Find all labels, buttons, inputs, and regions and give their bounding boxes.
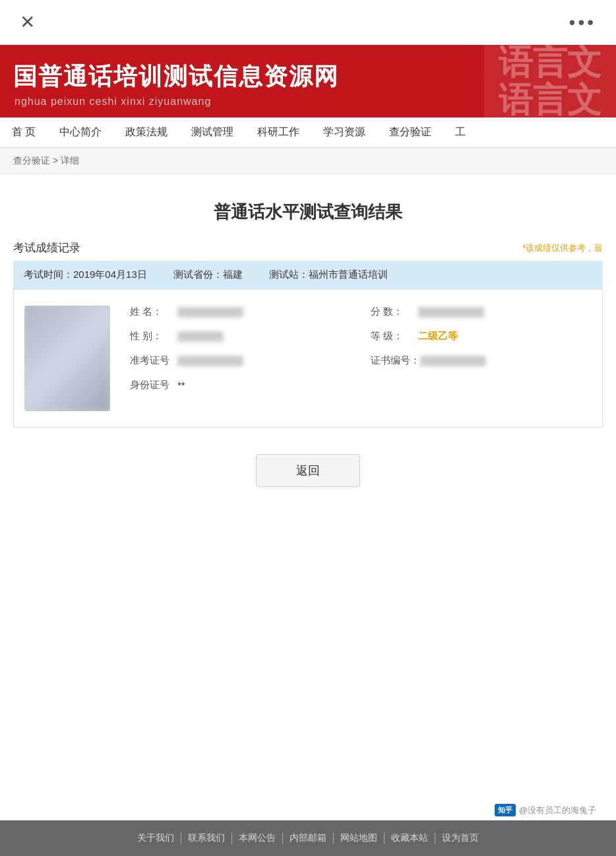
footer-links: 关于我们 联系我们 本网公告 内部邮箱 网站地图 收藏本站 设为首页	[0, 832, 616, 844]
footer-link-about[interactable]: 关于我们	[131, 832, 181, 844]
footer-link-collect[interactable]: 收藏本站	[385, 832, 435, 844]
record-label: 考试成绩记录	[13, 240, 80, 255]
id-card-field: 身份证号 **	[130, 379, 351, 391]
level-label: 等 级：	[371, 330, 418, 343]
footer-link-setHome[interactable]: 设为首页	[435, 832, 485, 844]
id-num-label: 准考证号	[130, 354, 177, 367]
province: 测试省份：福建	[173, 269, 243, 281]
footer-link-email[interactable]: 内部邮箱	[283, 832, 334, 844]
id-num-value	[177, 356, 243, 366]
btn-area: 返回	[13, 454, 603, 487]
banner-decoration: 语言文 语言文	[484, 45, 616, 117]
province-label: 测试省份：	[173, 269, 223, 280]
nav-item-verify[interactable]: 查分验证	[377, 117, 443, 147]
gender-field: 性 别：	[130, 330, 351, 343]
nav-item-research[interactable]: 科研工作	[245, 117, 311, 147]
exam-info-row: 考试时间：2019年04月13日 测试省份：福建 测试站：福州市普通话培训	[13, 261, 603, 289]
station-value: 福州市普通话培训	[309, 269, 388, 280]
close-icon[interactable]: ✕	[20, 13, 35, 32]
footer-link-contact[interactable]: 联系我们	[181, 832, 232, 844]
province-value: 福建	[223, 269, 243, 280]
person-info: 姓 名： 性 别： 准考证号 身份证号	[130, 306, 592, 411]
top-bar: ✕ •••	[0, 0, 616, 45]
name-value	[177, 307, 243, 317]
info-col-right: 分 数： 等 级： 二级乙等 证书编号：	[371, 306, 592, 411]
gender-value	[177, 331, 224, 342]
more-icon[interactable]: •••	[569, 12, 596, 33]
phone-frame: ✕ ••• 国普通话培训测试信息资源网 nghua peixun ceshi x…	[0, 0, 616, 856]
photo-blur	[24, 306, 110, 411]
nav-item-intro[interactable]: 中心简介	[47, 117, 113, 147]
station: 测试站：福州市普通话培训	[269, 269, 388, 281]
cert-label: 证书编号：	[371, 354, 420, 367]
footer-link-sitemap[interactable]: 网站地图	[334, 832, 385, 844]
id-card-label: 身份证号	[130, 379, 177, 391]
zhihu-icon: 知乎	[495, 804, 516, 816]
nav-bar: 首 页 中心简介 政策法规 测试管理 科研工作 学习资源 查分验证 工	[0, 117, 616, 148]
level-field: 等 级： 二级乙等	[371, 330, 592, 343]
nav-item-policy[interactable]: 政策法规	[113, 117, 179, 147]
banner-deco-text: 语言文 语言文	[484, 45, 616, 117]
score-label: 分 数：	[371, 306, 418, 318]
page-title: 普通话水平测试查询结果	[13, 201, 603, 224]
banner: 国普通话培训测试信息资源网 nghua peixun ceshi xinxi z…	[0, 45, 616, 117]
main-content: 普通话水平测试查询结果 考试成绩记录 *该成绩仅供参考，最 考试时间：2019年…	[0, 174, 616, 820]
footer: 关于我们 联系我们 本网公告 内部邮箱 网站地图 收藏本站 设为首页	[0, 820, 616, 856]
detail-card: 姓 名： 性 别： 准考证号 身份证号	[13, 289, 603, 428]
breadcrumb: 查分验证 > 详细	[0, 148, 616, 174]
cert-field: 证书编号：	[371, 354, 592, 367]
exam-time-label: 考试时间：	[24, 269, 73, 280]
level-value: 二级乙等	[418, 330, 458, 343]
record-note: *该成绩仅供参考，最	[522, 242, 603, 254]
exam-time: 考试时间：2019年04月13日	[24, 269, 147, 281]
footer-link-notice[interactable]: 本网公告	[232, 832, 283, 844]
station-label: 测试站：	[269, 269, 309, 280]
info-col-left: 姓 名： 性 别： 准考证号 身份证号	[130, 306, 351, 411]
exam-time-value: 2019年04月13日	[73, 269, 147, 280]
record-header: 考试成绩记录 *该成绩仅供参考，最	[13, 240, 603, 255]
name-field: 姓 名：	[130, 306, 351, 318]
cert-value	[420, 356, 486, 366]
watermark-user: @没有员工的海兔子	[519, 805, 596, 816]
id-num-field: 准考证号	[130, 354, 351, 367]
name-label: 姓 名：	[130, 306, 177, 318]
gender-label: 性 别：	[130, 330, 177, 343]
score-field: 分 数：	[371, 306, 592, 318]
record-section: 考试成绩记录 *该成绩仅供参考，最 考试时间：2019年04月13日 测试省份：…	[13, 240, 603, 428]
nav-item-test[interactable]: 测试管理	[179, 117, 245, 147]
photo-box	[24, 306, 110, 411]
nav-item-resources[interactable]: 学习资源	[311, 117, 377, 147]
watermark: 知乎 @没有员工的海兔子	[495, 804, 596, 816]
id-card-suffix: **	[177, 379, 185, 391]
nav-item-home[interactable]: 首 页	[0, 117, 47, 147]
back-button[interactable]: 返回	[256, 454, 360, 487]
score-value	[418, 307, 484, 317]
nav-item-more[interactable]: 工	[443, 117, 477, 147]
